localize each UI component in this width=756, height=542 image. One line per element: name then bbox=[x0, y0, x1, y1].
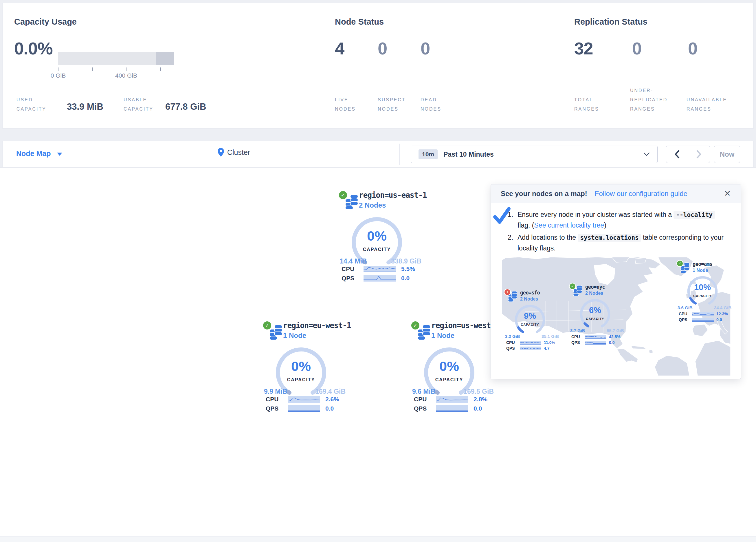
cpu-value: 2.6% bbox=[325, 396, 339, 403]
cpu-sparkline bbox=[364, 266, 396, 272]
locality-node-count: 1 Node bbox=[693, 268, 708, 273]
qps-metric-row: QPS 0.0 bbox=[414, 405, 482, 412]
capacity-usage-bar bbox=[58, 52, 174, 65]
locality-label: geo=sfo bbox=[520, 290, 540, 296]
total-ranges-count: 32 bbox=[574, 38, 593, 58]
capacity-values: 9.6 MiB 169.5 GiB bbox=[412, 388, 494, 396]
qps-metric-row: QPS 0.0 bbox=[679, 317, 722, 322]
now-button[interactable]: Now bbox=[714, 146, 740, 163]
qps-label: QPS bbox=[342, 275, 358, 282]
capacity-values: 9.9 MiB 169.4 GiB bbox=[264, 388, 346, 396]
qps-value: 0.0 bbox=[716, 317, 722, 322]
dead-nodes-label: DEAD NODES bbox=[421, 95, 441, 114]
time-step-arrows bbox=[666, 146, 710, 163]
capacity-caption: CAPACITY bbox=[513, 323, 547, 326]
used-value: 14.4 MiB bbox=[340, 257, 367, 265]
capacity-percent: 10% bbox=[685, 283, 720, 292]
healthy-status-icon: ✓ bbox=[338, 190, 348, 200]
step-forward-button[interactable] bbox=[688, 146, 710, 163]
cpu-value: 42.5% bbox=[609, 335, 621, 339]
cpu-sparkline bbox=[436, 396, 468, 403]
configuration-guide-link[interactable]: Follow our configuration guide bbox=[595, 190, 687, 198]
capacity-percent: 0% bbox=[348, 228, 406, 244]
map-node-geo-nyc[interactable]: ✓ geo=nyc 2 Nodes 6% bbox=[569, 283, 627, 344]
region-node-eu-west-1[interactable]: ✓ region=eu-west-1 1 Node 0% CAPACITY 9.… bbox=[260, 319, 350, 416]
capacity-gauge: 10% CAPACITY bbox=[685, 274, 720, 309]
capacity-percent: 0% bbox=[272, 358, 330, 374]
healthy-status-icon: ✓ bbox=[262, 321, 272, 330]
total-value: 169.4 GiB bbox=[315, 388, 346, 396]
chevron-right-icon bbox=[696, 150, 702, 158]
node-map-page: Capacity Usage 0.0% 0 GiB 400 GiB USED C… bbox=[0, 0, 756, 542]
popup-header: See your nodes on a map! Follow our conf… bbox=[491, 184, 741, 203]
axis-tick-label: 0 GiB bbox=[51, 72, 66, 79]
region-node-us-west-1[interactable]: ✓ region=us-west-1 1 Node 0% CAPACITY 9.… bbox=[408, 319, 498, 416]
locality-node-count: 2 Nodes bbox=[585, 291, 603, 296]
cpu-sparkline bbox=[288, 396, 320, 403]
used-value: 3.6 GiB bbox=[678, 305, 693, 310]
breadcrumb[interactable]: Cluster bbox=[217, 148, 250, 157]
world-map: 1 geo=sfo 2 Nodes 9% bbox=[502, 257, 731, 376]
cpu-metric-row: CPU 11.0% bbox=[506, 340, 555, 345]
total-value: 34.4 GiB bbox=[714, 305, 731, 310]
breadcrumb-label: Cluster bbox=[227, 148, 250, 157]
qps-label: QPS bbox=[266, 405, 282, 412]
cpu-metric-row: CPU 12.3% bbox=[679, 312, 728, 316]
chevron-down-icon bbox=[643, 152, 650, 156]
used-value: 9.9 MiB bbox=[264, 388, 287, 396]
qps-sparkline bbox=[692, 318, 714, 322]
region-label: region=us-west-1 bbox=[431, 321, 499, 330]
qps-label: QPS bbox=[679, 317, 690, 322]
node-map-canvas: ✓ region=us-east-1 2 Nodes 0% CAPACITY 1… bbox=[0, 167, 756, 537]
toolbar: Node Map Cluster 10m Past 10 Minutes bbox=[2, 141, 754, 167]
locality-label: geo=ams bbox=[693, 261, 712, 267]
total-ranges-label: TOTAL RANGES bbox=[574, 95, 599, 114]
locality-flag-code: --locality bbox=[674, 211, 715, 219]
map-pin-icon bbox=[217, 148, 224, 157]
total-value: 65.7 GiB bbox=[607, 328, 624, 333]
total-value: 169.5 GiB bbox=[463, 388, 494, 396]
capacity-caption: CAPACITY bbox=[578, 317, 612, 321]
qps-value: 4.7 bbox=[544, 346, 549, 351]
bottom-strip bbox=[0, 536, 756, 542]
region-label: region=us-east-1 bbox=[359, 191, 427, 199]
capacity-usage-pct: 0.0% bbox=[14, 38, 53, 58]
under-replicated-ranges-count: 0 bbox=[632, 38, 641, 58]
capacity-caption: CAPACITY bbox=[685, 294, 720, 298]
view-selector-dropdown[interactable]: Node Map bbox=[16, 149, 62, 158]
popup-step-1: 1. Ensure every node in your cluster was… bbox=[507, 209, 727, 231]
locality-label: geo=nyc bbox=[585, 284, 605, 290]
qps-metric-row: QPS 0.0 bbox=[266, 405, 334, 412]
replication-status-title: Replication Status bbox=[574, 17, 647, 27]
region-node-us-east-1[interactable]: ✓ region=us-east-1 2 Nodes 0% CAPACITY 1… bbox=[336, 188, 425, 286]
step-back-button[interactable] bbox=[666, 146, 688, 163]
qps-value: 0.0 bbox=[401, 275, 410, 282]
used-capacity-value: 33.9 MiB bbox=[67, 102, 103, 112]
dead-nodes-count: 0 bbox=[421, 38, 430, 58]
time-range-badge: 10m bbox=[419, 149, 438, 159]
close-icon[interactable]: ✕ bbox=[724, 190, 731, 198]
suspect-nodes-label: SUSPECT NODES bbox=[378, 95, 406, 114]
cpu-label: CPU bbox=[506, 340, 517, 345]
cpu-sparkline bbox=[520, 341, 541, 345]
time-range-dropdown[interactable]: 10m Past 10 Minutes bbox=[411, 146, 658, 163]
locality-tree-link[interactable]: See current locality tree bbox=[534, 221, 604, 229]
cpu-metric-row: CPU 2.6% bbox=[266, 396, 339, 403]
locality-node-count: 2 Nodes bbox=[520, 297, 538, 302]
map-node-geo-ams[interactable]: ✓ geo=ams 1 Node 10% bbox=[676, 260, 734, 322]
total-value: 338.9 GiB bbox=[391, 257, 421, 265]
cpu-label: CPU bbox=[414, 396, 431, 403]
toolbar-divider bbox=[399, 144, 400, 165]
map-node-geo-sfo[interactable]: 1 geo=sfo 2 Nodes 9% bbox=[504, 289, 562, 350]
popup-title: See your nodes on a map! bbox=[501, 190, 587, 198]
suspect-nodes-count: 0 bbox=[378, 38, 387, 58]
cpu-value: 11.0% bbox=[544, 340, 555, 345]
qps-value: 0.0 bbox=[609, 340, 614, 345]
chevron-down-icon bbox=[57, 152, 62, 156]
cpu-label: CPU bbox=[679, 312, 690, 316]
unavailable-ranges-label: UNAVAILABLE RANGES bbox=[687, 95, 727, 114]
capacity-values: 3.6 GiB 34.4 GiB bbox=[678, 305, 731, 310]
qps-value: 0.0 bbox=[474, 405, 482, 412]
chevron-left-icon bbox=[674, 150, 680, 158]
axis-tick bbox=[126, 67, 126, 71]
